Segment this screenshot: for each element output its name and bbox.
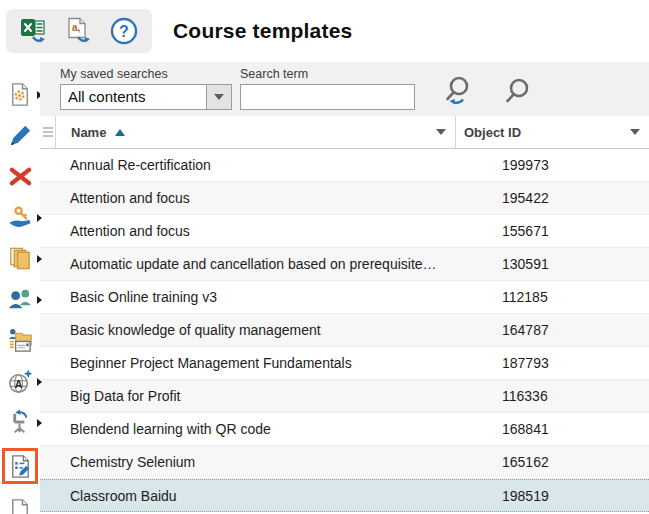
enrollment-mail-icon[interactable]	[5, 325, 35, 355]
row-name-cell: Attention and focus	[40, 190, 455, 206]
table-row[interactable]: Chemistry Selenium 165162	[40, 446, 649, 479]
row-name-cell: Basic Online training v3	[40, 289, 455, 305]
course-template-icon[interactable]	[2, 448, 38, 484]
export-icon-tray: a, ?	[6, 9, 152, 53]
table-row[interactable]: Basic Online training v3 112185	[40, 281, 649, 314]
translate-icon[interactable]: A	[5, 366, 35, 396]
new-template-icon[interactable]	[5, 79, 35, 109]
body: A	[0, 62, 649, 514]
hamburger-icon	[43, 125, 53, 139]
search-reset-icon[interactable]	[443, 74, 479, 110]
table-row[interactable]: Annual Re-certification 199973	[40, 149, 649, 182]
flyout-arrow-icon	[37, 419, 42, 427]
row-id-cell: 130591	[455, 256, 649, 272]
column-header-object-id[interactable]: Object ID	[455, 116, 649, 148]
flyout-arrow-icon	[37, 255, 42, 263]
table-row[interactable]: Attention and focus 195422	[40, 182, 649, 215]
row-name-cell: Attention and focus	[40, 223, 455, 239]
row-name-cell: Big Data for Profit	[40, 388, 455, 404]
participants-icon[interactable]	[5, 284, 35, 314]
cancel-booking-icon[interactable]	[5, 407, 35, 437]
row-id-cell: 165162	[455, 454, 649, 470]
search-term-label: Search term	[240, 67, 415, 81]
column-label: Object ID	[464, 125, 521, 140]
copy-icon[interactable]	[5, 243, 35, 273]
table-row[interactable]: Basic knowledge of quality management 16…	[40, 314, 649, 347]
row-name-cell: Beginner Project Management Fundamentals	[40, 355, 455, 371]
sidebar: A	[0, 62, 40, 514]
row-name-cell: Annual Re-certification	[40, 157, 455, 173]
table-body: Annual Re-certification 199973 Attention…	[40, 149, 649, 514]
top-header: a, ? Course templates	[0, 0, 649, 62]
row-name-cell: Classroom Baidu	[40, 488, 455, 504]
row-id-cell: 112185	[455, 289, 649, 305]
row-id-cell: 164787	[455, 322, 649, 338]
table-row[interactable]: Classroom Baidu 198519	[40, 479, 649, 512]
delete-icon[interactable]	[5, 161, 35, 191]
flyout-arrow-icon	[37, 214, 42, 222]
table-row[interactable]: Beginner Project Management Fundamentals…	[40, 347, 649, 380]
export-document-icon[interactable]	[5, 495, 35, 514]
row-id-cell: 198519	[455, 488, 649, 504]
column-filter-icon[interactable]	[630, 129, 640, 135]
table-menu-button[interactable]	[40, 116, 55, 148]
svg-text:a,: a,	[72, 22, 81, 33]
column-header-name[interactable]: Name	[55, 116, 455, 148]
app-window: a, ? Course templates	[0, 0, 649, 514]
column-label: Name	[71, 125, 106, 140]
row-name-cell: Blendend learning with QR code	[40, 421, 455, 437]
table-row[interactable]: Automatic update and cancellation based …	[40, 248, 649, 281]
row-id-cell: 187793	[455, 355, 649, 371]
row-name-cell: Automatic update and cancellation based …	[40, 256, 455, 272]
table-header: Name Object ID	[40, 116, 649, 149]
sort-ascending-icon	[115, 129, 125, 136]
table-row[interactable]: Big Data for Profit 116336	[40, 380, 649, 413]
flyout-arrow-icon	[37, 378, 42, 386]
row-id-cell: 195422	[455, 190, 649, 206]
chevron-down-icon	[214, 94, 224, 100]
column-filter-icon[interactable]	[436, 129, 446, 135]
flyout-arrow-icon	[37, 296, 42, 304]
edit-icon[interactable]	[5, 120, 35, 150]
main-area: My saved searches All contents Search te…	[40, 62, 649, 514]
saved-searches-group: My saved searches All contents	[60, 67, 232, 110]
filter-bar: My saved searches All contents Search te…	[40, 62, 649, 116]
table-row[interactable]: Blendend learning with QR code 168841	[40, 413, 649, 446]
saved-searches-value: All contents	[61, 85, 206, 109]
row-id-cell: 155671	[455, 223, 649, 239]
saved-searches-label: My saved searches	[60, 67, 232, 81]
saved-searches-dropdown-button[interactable]	[206, 85, 231, 109]
saved-searches-select[interactable]: All contents	[60, 84, 232, 110]
search-term-input[interactable]	[240, 84, 415, 110]
svg-text:?: ?	[119, 23, 129, 40]
help-icon[interactable]: ?	[109, 16, 139, 46]
search-icon[interactable]	[501, 74, 537, 110]
row-name-cell: Basic knowledge of quality management	[40, 322, 455, 338]
row-id-cell: 116336	[455, 388, 649, 404]
svg-text:A: A	[14, 377, 22, 389]
excel-export-icon[interactable]	[19, 16, 49, 46]
grant-access-icon[interactable]	[5, 202, 35, 232]
row-id-cell: 199973	[455, 157, 649, 173]
table-row[interactable]: Attention and focus 155671	[40, 215, 649, 248]
text-export-icon[interactable]: a,	[64, 16, 94, 46]
row-id-cell: 168841	[455, 421, 649, 437]
row-name-cell: Chemistry Selenium	[40, 454, 455, 470]
page-title: Course templates	[173, 19, 352, 43]
search-term-group: Search term	[240, 67, 415, 110]
